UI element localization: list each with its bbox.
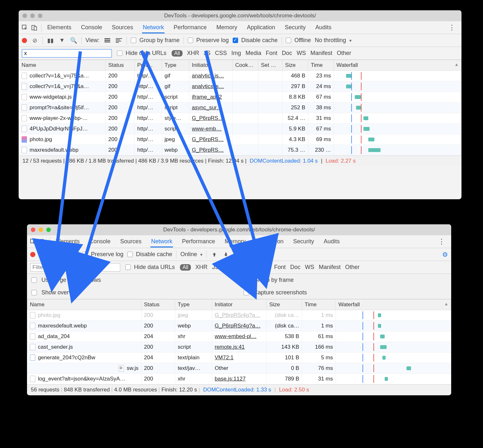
- large-rows-icon[interactable]: [103, 37, 111, 44]
- filter-type-font[interactable]: Font: [274, 264, 286, 271]
- filter-type-doc[interactable]: Doc: [290, 264, 300, 271]
- table-row[interactable]: collect?v=1&_v=j75&a…200http/…gifanalyti…: [19, 71, 461, 81]
- upload-icon[interactable]: [210, 251, 218, 258]
- preserve-log-checkbox[interactable]: Preserve log: [188, 37, 229, 44]
- tab-console[interactable]: Console: [80, 22, 103, 33]
- filter-type-xhr[interactable]: XHR: [195, 264, 208, 271]
- col-size[interactable]: Size: [282, 60, 308, 71]
- filter-type-media[interactable]: Media: [246, 50, 261, 57]
- search-icon[interactable]: 🔍: [70, 37, 77, 44]
- filter-type-xhr[interactable]: XHR: [187, 50, 199, 57]
- table-row[interactable]: prompt?t=a&site=ylj5if…200http/…scriptas…: [19, 103, 461, 113]
- filter-icon[interactable]: ▼: [55, 251, 63, 258]
- filter-type-manifest[interactable]: Manifest: [310, 50, 332, 57]
- inspect-icon[interactable]: [28, 237, 38, 246]
- table-row[interactable]: generate_204?cQ2nBw204text/plainVM72:110…: [27, 353, 451, 363]
- col-initiator[interactable]: Initiator: [212, 300, 267, 310]
- tab-application[interactable]: Application: [255, 236, 284, 247]
- col-prot[interactable]: Prot…: [135, 60, 162, 71]
- filter-input[interactable]: [22, 49, 112, 58]
- tab-application[interactable]: Application: [246, 22, 276, 33]
- col-cook[interactable]: Cook…: [233, 60, 258, 71]
- kebab-icon[interactable]: ⋮: [434, 237, 450, 246]
- tab-sources[interactable]: Sources: [111, 22, 134, 33]
- col-name[interactable]: Name: [19, 60, 106, 71]
- col-status[interactable]: Status: [141, 300, 175, 310]
- col-time[interactable]: Time: [302, 300, 336, 310]
- tab-network[interactable]: Network: [150, 236, 173, 247]
- preserve-log-checkbox[interactable]: Preserve log: [82, 251, 123, 258]
- tab-sources[interactable]: Sources: [120, 236, 142, 247]
- col-type[interactable]: Type: [175, 300, 212, 310]
- settings-gear-icon[interactable]: ⚙: [442, 251, 448, 258]
- download-icon[interactable]: [222, 251, 230, 258]
- filter-type-img[interactable]: Img: [240, 264, 249, 271]
- throttling-select[interactable]: No throttling: [315, 37, 352, 44]
- tab-elements[interactable]: Elements: [55, 236, 80, 247]
- filter-type-doc[interactable]: Doc: [282, 50, 292, 57]
- tab-performance[interactable]: Performance: [173, 22, 207, 33]
- offline-checkbox[interactable]: Offline: [286, 37, 311, 44]
- col-time[interactable]: Time: [308, 60, 334, 71]
- col-waterfall[interactable]: Waterfall: [334, 60, 461, 71]
- filter-type-js[interactable]: JS: [204, 50, 210, 57]
- hide-data-urls-checkbox[interactable]: Hide data URLs: [117, 50, 166, 57]
- filter-type-other[interactable]: Other: [337, 50, 351, 57]
- disable-cache-checkbox[interactable]: Disable cache: [233, 37, 278, 44]
- filter-type-css[interactable]: CSS: [215, 50, 227, 57]
- filter-type-manifest[interactable]: Manifest: [319, 264, 341, 271]
- tab-memory[interactable]: Memory: [224, 236, 246, 247]
- filter-type-js[interactable]: JS: [212, 264, 219, 271]
- table-row[interactable]: 4PUpJpDdHqrNInFpJ…200http/…scriptwww-emb…: [19, 124, 461, 134]
- show-overview-checkbox[interactable]: Show overview: [27, 286, 239, 299]
- table-row[interactable]: log_event?alt=json&key=AIzaSyA…200xhrbas…: [27, 374, 451, 384]
- table-row[interactable]: www-player-2x-webp-…200http/…style…G_P6r…: [19, 113, 461, 124]
- search-icon[interactable]: 🔍: [67, 251, 74, 258]
- table-row[interactable]: ad_data_204204xhrwww-embed-pl…538 B61 ms: [27, 331, 451, 342]
- tab-security[interactable]: Security: [292, 236, 315, 247]
- hide-data-urls-checkbox[interactable]: Hide data URLs: [125, 264, 175, 271]
- camera-icon[interactable]: ▮▮: [47, 37, 54, 44]
- table-row[interactable]: www-widgetapi.js200http/…scriptiframe_ap…: [19, 92, 461, 103]
- filter-type-media[interactable]: Media: [254, 264, 270, 271]
- table-row[interactable]: cast_sender.js200scriptremote.js:41143 K…: [27, 342, 451, 353]
- filter-type-css[interactable]: CSS: [223, 264, 235, 271]
- table-row[interactable]: sw.js200text/jav…Other0 B76 ms: [27, 363, 451, 374]
- tab-audits[interactable]: Audits: [315, 22, 332, 33]
- record-icon[interactable]: [22, 38, 27, 43]
- device-icon[interactable]: [30, 23, 39, 32]
- filter-type-ws[interactable]: WS: [305, 264, 314, 271]
- table-row[interactable]: collect?v=1&_v=j75&a…200http/…gifanalyti…: [19, 81, 461, 92]
- group-by-frame-checkbox[interactable]: Group by frame: [131, 37, 180, 44]
- tab-elements[interactable]: Elements: [47, 22, 72, 33]
- group-by-frame-checkbox[interactable]: Group by frame: [239, 274, 451, 286]
- tab-performance[interactable]: Performance: [181, 236, 216, 247]
- online-select[interactable]: Online: [180, 251, 202, 258]
- large-rows-checkbox[interactable]: Use large request rows: [27, 274, 239, 286]
- clear-icon[interactable]: ⊘: [31, 37, 39, 44]
- filter-icon[interactable]: ▼: [58, 37, 66, 44]
- table-row[interactable]: photo.jpg200http/…jpegG_P6rpRS…4.3 KB69 …: [19, 134, 461, 145]
- col-initiator[interactable]: Initiator: [189, 60, 233, 71]
- record-icon[interactable]: [30, 252, 35, 257]
- table-row[interactable]: maxresdefault.webp200http/…webpG_P6rpRS……: [19, 145, 461, 156]
- table-row[interactable]: maxresdefault.webp200webpG_P6rpRSr4g?a…(…: [27, 321, 451, 331]
- tab-security[interactable]: Security: [284, 22, 306, 33]
- disable-cache-checkbox[interactable]: Disable cache: [127, 251, 172, 258]
- table-row[interactable]: photo.jpg200jpegG_P6rpRSr4g?a…(disk ca…1…: [27, 310, 451, 321]
- filter-type-all[interactable]: All: [172, 50, 183, 57]
- requests-table[interactable]: NameStatusProt…TypeInitiatorCook…Set …Si…: [19, 60, 461, 156]
- kebab-icon[interactable]: ⋮: [444, 23, 460, 32]
- filter-type-font[interactable]: Font: [266, 50, 277, 57]
- col-name[interactable]: Name: [27, 300, 141, 310]
- inspect-icon[interactable]: [20, 23, 30, 32]
- filter-type-ws[interactable]: WS: [297, 50, 306, 57]
- device-icon[interactable]: [38, 237, 48, 246]
- filter-type-img[interactable]: Img: [231, 50, 241, 57]
- filter-input[interactable]: [30, 263, 120, 272]
- capture-screenshots-checkbox[interactable]: Capture screenshots: [239, 286, 451, 299]
- filter-type-all[interactable]: All: [180, 264, 191, 271]
- requests-table[interactable]: NameStatusTypeInitiatorSizeTimeWaterfall…: [27, 299, 451, 384]
- col-set[interactable]: Set …: [258, 60, 282, 71]
- overview-icon[interactable]: [115, 37, 123, 44]
